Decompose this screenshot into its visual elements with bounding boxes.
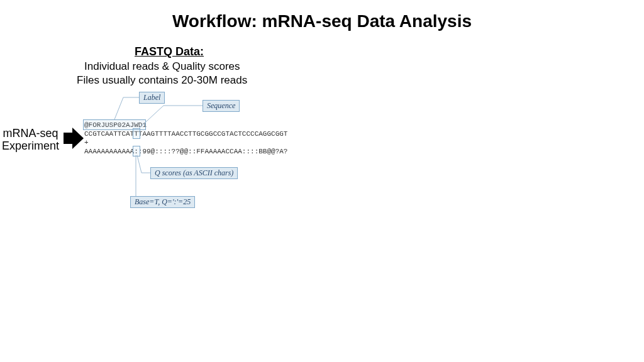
connectors (0, 0, 644, 362)
